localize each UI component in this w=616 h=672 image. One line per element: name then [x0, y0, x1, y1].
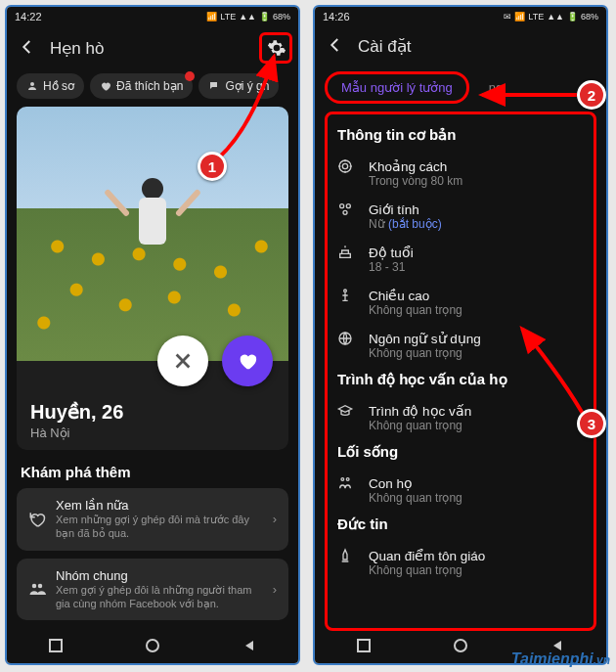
tab-ideal-person[interactable]: Mẫu người lý tưởng — [325, 71, 469, 104]
svg-point-4 — [147, 640, 158, 651]
like-button[interactable] — [222, 336, 273, 386]
android-nav-bar — [7, 630, 298, 663]
svg-rect-14 — [358, 640, 370, 651]
group-icon — [28, 580, 46, 598]
rewind-icon — [28, 511, 46, 528]
setting-religion[interactable]: Quan điểm tôn giáoKhông quan trọng — [337, 541, 584, 584]
setting-gender[interactable]: Giới tínhNữ (bắt buộc) — [337, 195, 584, 238]
setting-distance[interactable]: Khoảng cáchTrong vòng 80 km — [337, 152, 584, 195]
globe-icon — [337, 331, 357, 346]
setting-age[interactable]: Độ tuổi18 - 31 — [337, 238, 584, 281]
status-bar: 14:26 ✉📶LTE▲▲🔋68% — [315, 7, 606, 25]
group-basic-title: Thông tin cơ bản — [337, 126, 584, 144]
header: Cài đặt — [315, 25, 606, 67]
svg-rect-3 — [50, 640, 62, 651]
annotation-arrow-2 — [474, 80, 582, 110]
svg-point-8 — [346, 203, 350, 207]
gender-icon — [337, 202, 357, 217]
chip-liked-you[interactable]: Đã thích bạn — [90, 73, 193, 99]
chevron-right-icon: › — [273, 582, 277, 597]
annotation-badge-2: 2 — [577, 80, 606, 110]
children-icon — [337, 475, 357, 491]
height-icon — [337, 288, 357, 303]
group-faith-title: Đức tin — [337, 515, 584, 533]
target-icon — [337, 158, 357, 174]
svg-point-9 — [343, 210, 347, 214]
pass-button[interactable] — [157, 336, 208, 386]
discover-title: Khám phá thêm — [21, 464, 285, 480]
setting-children[interactable]: Con họKhông quan trọng — [337, 469, 584, 512]
notification-dot — [185, 71, 195, 81]
grad-icon — [337, 403, 357, 419]
status-time: 14:26 — [323, 11, 350, 22]
status-icons: 📶LTE▲▲🔋68% — [206, 12, 290, 22]
status-time: 14:22 — [15, 11, 42, 22]
annotation-arrow-1 — [213, 49, 291, 166]
svg-point-15 — [455, 640, 466, 651]
nav-recent[interactable] — [357, 639, 371, 655]
chevron-right-icon: › — [273, 512, 277, 526]
profile-name: Huyền, 26 — [30, 400, 275, 424]
annotation-badge-3: 3 — [577, 409, 606, 438]
svg-point-13 — [346, 477, 349, 480]
svg-point-2 — [38, 584, 43, 589]
svg-point-7 — [340, 203, 344, 207]
chip-profile[interactable]: Hồ sơ — [17, 73, 84, 99]
nav-recent[interactable] — [49, 639, 63, 655]
status-bar: 14:22 📶LTE▲▲🔋68% — [7, 7, 298, 26]
svg-point-0 — [30, 82, 34, 86]
status-icons: ✉📶LTE▲▲🔋68% — [504, 12, 598, 22]
watermark: Taimienphi.vn — [511, 650, 610, 668]
svg-point-1 — [32, 584, 37, 589]
group-lifestyle-title: Lối sống — [337, 443, 584, 461]
svg-point-6 — [342, 163, 347, 168]
annotation-badge-1: 1 — [198, 152, 227, 181]
profile-location: Hà Nội — [30, 426, 275, 440]
discover-groups[interactable]: Nhóm chung Xem gợi ý ghép đôi là những n… — [17, 559, 288, 621]
discover-see-again[interactable]: Xem lần nữa Xem những gợi ý ghép đôi mà … — [17, 488, 288, 551]
back-icon[interactable] — [327, 36, 344, 57]
svg-point-5 — [339, 160, 351, 172]
pray-icon — [337, 548, 357, 563]
nav-home[interactable] — [146, 639, 159, 655]
setting-height[interactable]: Chiều caoKhông quan trọng — [337, 281, 584, 324]
back-icon[interactable] — [19, 38, 36, 59]
cake-icon — [337, 245, 357, 260]
svg-point-10 — [344, 290, 347, 292]
nav-home[interactable] — [454, 639, 467, 655]
svg-point-12 — [341, 477, 344, 480]
page-title: Cài đặt — [358, 36, 594, 57]
nav-back[interactable] — [242, 639, 256, 655]
